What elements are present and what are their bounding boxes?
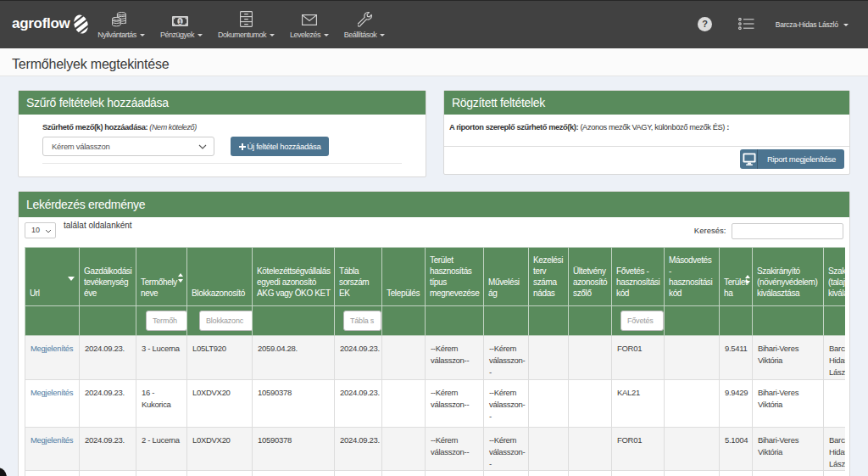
svg-text:1: 1: [179, 19, 182, 25]
